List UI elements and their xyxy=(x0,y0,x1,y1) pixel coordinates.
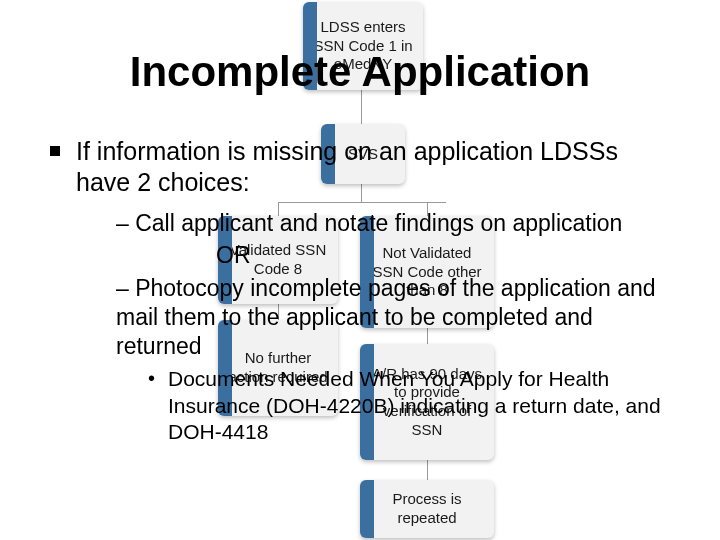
sub-bullet-documents: Documents Needed When You Apply for Heal… xyxy=(148,366,670,445)
choice-1: – Call applicant and notate findings on … xyxy=(116,209,670,238)
choice-2: – Photocopy incomplete pages of the appl… xyxy=(116,274,670,360)
slide-body: Incomplete Application If information is… xyxy=(0,0,720,540)
page-title: Incomplete Application xyxy=(50,48,670,96)
sub-bullet-text: Documents Needed When You Apply for Heal… xyxy=(168,367,661,443)
main-bullet-text: If information is missing on an applicat… xyxy=(76,137,618,196)
main-bullet: If information is missing on an applicat… xyxy=(50,136,670,445)
or-separator: OR xyxy=(116,241,670,270)
